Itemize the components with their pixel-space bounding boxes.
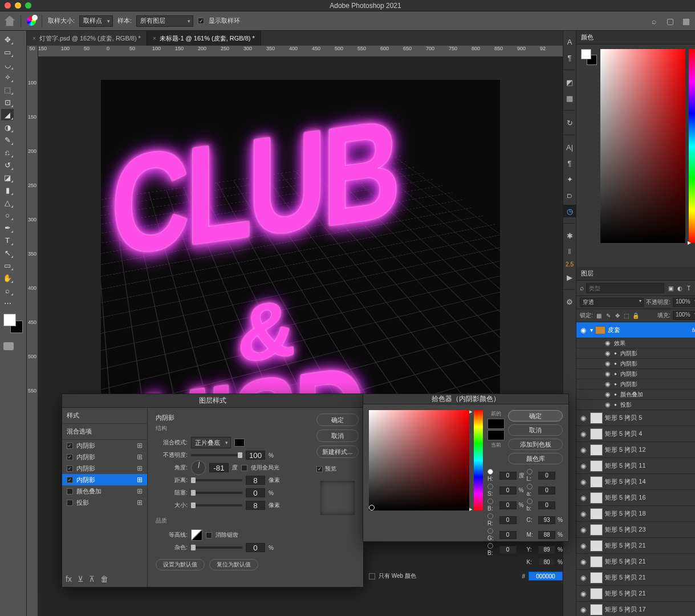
refresh-icon[interactable]: ↻: [563, 116, 576, 129]
layer-row[interactable]: ◉矩形 5 拷贝 12: [576, 442, 695, 458]
up-icon[interactable]: ⊼: [89, 574, 95, 583]
effect-row[interactable]: ◉●内阴影: [576, 369, 695, 379]
layers-list[interactable]: ◉▾皮套fxˇ◉效果◉●内阴影◉●内阴影◉●内阴影◉●内阴影◉●颜色叠加◉●投影…: [576, 322, 695, 616]
lasso-tool[interactable]: ◡: [1, 59, 14, 70]
stamp-tool[interactable]: ⎌: [1, 147, 14, 158]
vertical-ruler[interactable]: 50100150200250300350400450500550: [27, 46, 38, 616]
layer-filter-input[interactable]: [586, 283, 664, 293]
l-radio[interactable]: [527, 469, 533, 475]
c-input[interactable]: [538, 516, 555, 524]
history-panel-icon[interactable]: ◷: [563, 205, 576, 217]
blur-tool[interactable]: △: [1, 197, 14, 208]
color-swatches[interactable]: [3, 314, 23, 333]
layer-row[interactable]: ◉矩形 5 拷贝 4: [576, 426, 695, 442]
lab-b-input[interactable]: [538, 501, 555, 509]
dodge-tool[interactable]: ○: [1, 209, 14, 221]
make-default-button[interactable]: 设置为默认值: [156, 559, 205, 570]
eyedropper-tool-icon[interactable]: [27, 17, 36, 26]
search-icon[interactable]: ⌕: [580, 284, 584, 292]
color-picker-dialog[interactable]: 拾色器（内阴影颜色） 新的 当前 确定 取消 添加到色板 颜色库: [363, 394, 569, 542]
minimize-icon[interactable]: [15, 2, 21, 9]
cancel-button[interactable]: 取消: [316, 429, 359, 442]
layer-row[interactable]: ◉矩形 5 拷贝 17: [576, 602, 695, 616]
shadow-color-swatch[interactable]: [234, 439, 245, 447]
horizontal-ruler[interactable]: 1501005005010015020025030035040045050055…: [38, 46, 563, 57]
visibility-icon[interactable]: ◉: [579, 558, 588, 566]
star-icon[interactable]: ✱: [563, 229, 576, 242]
g-input[interactable]: [499, 531, 517, 539]
s-radio[interactable]: [487, 484, 493, 489]
layer-row[interactable]: ◉矩形 5 拷贝 21: [576, 554, 695, 570]
visibility-icon[interactable]: ◉: [579, 414, 588, 422]
type-tool[interactable]: T: [1, 234, 14, 246]
visibility-icon[interactable]: ◉: [579, 542, 588, 550]
align-icon[interactable]: A|: [563, 141, 576, 153]
m-input[interactable]: [538, 531, 555, 539]
k-input[interactable]: [538, 558, 555, 566]
styles-header[interactable]: 样式: [62, 408, 147, 424]
more-tools[interactable]: ⋯: [1, 297, 14, 309]
libraries-icon[interactable]: ⫐: [563, 189, 576, 201]
r-radio[interactable]: [487, 513, 493, 519]
lock-buttons[interactable]: ▦✎✥⬚🔒: [595, 311, 640, 319]
effect-row[interactable]: ◉●内阴影: [576, 379, 695, 390]
choke-slider[interactable]: [191, 492, 242, 494]
filter-icons[interactable]: ▣◐T▢◫: [666, 284, 695, 292]
ok-button[interactable]: 确定: [508, 410, 563, 422]
effect-row[interactable]: ◉●投影: [576, 400, 695, 410]
y-input[interactable]: [538, 546, 555, 554]
global-light-checkbox[interactable]: [241, 465, 247, 471]
antialias-checkbox[interactable]: [206, 532, 212, 538]
h-input[interactable]: [499, 472, 517, 480]
fx-icon[interactable]: fx: [66, 574, 72, 583]
trash-icon[interactable]: 🗑: [100, 574, 108, 583]
blue-radio[interactable]: [487, 543, 493, 549]
character-panel-icon[interactable]: A: [563, 35, 576, 48]
effect-row[interactable]: ◉●颜色叠加: [576, 390, 695, 400]
quick-mask-icon[interactable]: [3, 342, 14, 350]
r-input[interactable]: [499, 516, 517, 524]
layer-row[interactable]: ◉矩形 5 拷贝 18: [576, 506, 695, 522]
visibility-icon[interactable]: ◉: [579, 326, 588, 334]
move-tool[interactable]: ✥: [1, 34, 14, 45]
sparkle-icon[interactable]: ✦: [563, 173, 576, 185]
blend-mode-combo[interactable]: 正片叠底: [191, 437, 231, 448]
distance-input[interactable]: [246, 476, 265, 485]
g-radio[interactable]: [487, 528, 493, 534]
play-icon[interactable]: ▶: [563, 271, 576, 283]
choke-input[interactable]: [246, 488, 265, 497]
path-tool[interactable]: ↖: [1, 247, 14, 258]
zoom-tool[interactable]: ⌕: [1, 285, 14, 296]
layer-row[interactable]: ◉矩形 5 拷贝 16: [576, 490, 695, 506]
saturation-field[interactable]: [369, 410, 469, 510]
effect-row[interactable]: ◉●内阴影: [576, 348, 695, 359]
a-radio[interactable]: [527, 484, 533, 489]
add-swatch-button[interactable]: 添加到色板: [508, 439, 563, 450]
size-input[interactable]: [246, 501, 265, 510]
effect-item[interactable]: ✓内阴影⊞: [62, 463, 147, 474]
noise-slider[interactable]: [191, 546, 242, 549]
layer-row[interactable]: ◉矩形 5 拷贝 11: [576, 458, 695, 474]
size-slider[interactable]: [191, 504, 242, 506]
marquee-tool[interactable]: ▭: [1, 46, 14, 58]
saturation-picker[interactable]: [600, 49, 685, 243]
layer-style-dialog[interactable]: 图层样式 样式 混合选项 ✓内阴影⊞✓内阴影⊞✓内阴影⊞✓内阴影⊞颜色叠加⊞投影…: [62, 394, 364, 587]
crop-tool[interactable]: ⬚: [1, 84, 14, 95]
preview-checkbox[interactable]: ✓: [316, 466, 323, 472]
workspace-switcher-icon[interactable]: ▦: [681, 17, 690, 26]
noise-input[interactable]: [246, 543, 265, 552]
paragraph-icon[interactable]: ¶: [563, 157, 576, 169]
hex-input[interactable]: [529, 572, 563, 581]
color-panel-header[interactable]: 颜色: [576, 31, 695, 44]
ok-button[interactable]: 确定: [316, 414, 359, 426]
effect-item[interactable]: ✓内阴影⊞: [62, 474, 147, 485]
web-colors-checkbox[interactable]: [369, 573, 375, 579]
layer-row[interactable]: ◉矩形 5 拷贝 14: [576, 474, 695, 490]
sample-combo[interactable]: 所有图层: [136, 15, 193, 27]
visibility-icon[interactable]: ◉: [579, 510, 588, 518]
wand-tool[interactable]: ✧: [1, 71, 14, 83]
down-icon[interactable]: ⊻: [78, 574, 83, 583]
adjustments-icon[interactable]: ⚙: [563, 295, 576, 308]
share-icon[interactable]: ▢: [665, 17, 674, 26]
gradients-panel-icon[interactable]: ▦: [563, 92, 576, 104]
